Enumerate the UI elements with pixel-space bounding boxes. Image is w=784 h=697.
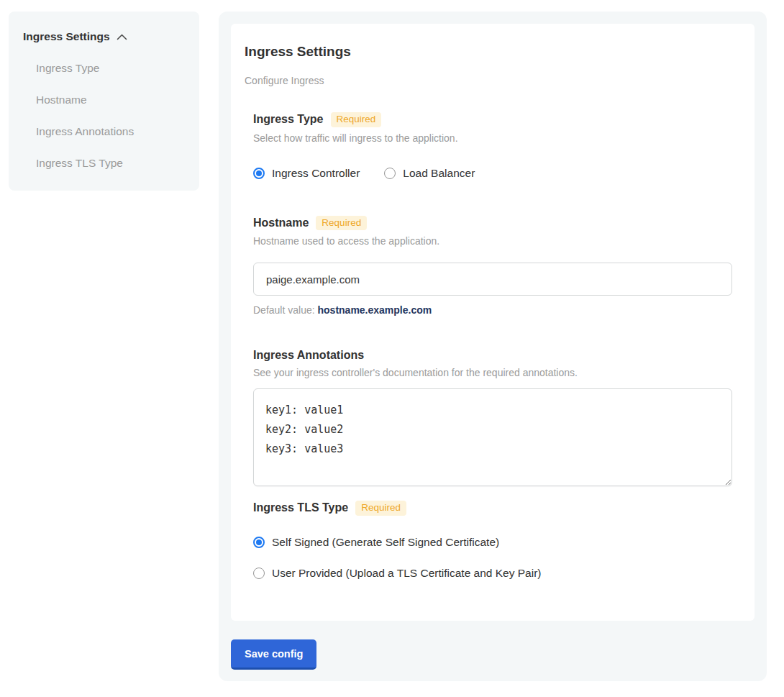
config-groups: Ingress Type Required Select how traffic…	[253, 112, 732, 580]
default-value-text: hostname.example.com	[318, 304, 432, 316]
page-subtitle: Configure Ingress	[245, 75, 732, 86]
radio-label-load-balancer[interactable]: Load Balancer	[403, 167, 475, 180]
hostname-default-line: Default value: hostname.example.com	[253, 304, 732, 316]
radio-label-ingress-controller[interactable]: Ingress Controller	[272, 167, 360, 180]
config-card: Ingress Settings Configure Ingress Ingre…	[231, 24, 755, 621]
sidebar-item-ingress-annotations[interactable]: Ingress Annotations	[36, 125, 185, 138]
group-label-row: Hostname Required	[253, 216, 732, 231]
required-badge: Required	[355, 501, 406, 516]
radio-option-ingress-controller[interactable]: Ingress Controller	[253, 167, 360, 180]
config-main-panel: Ingress Settings Configure Ingress Ingre…	[219, 12, 767, 681]
save-config-button[interactable]: Save config	[231, 639, 316, 670]
group-label-row: Ingress TLS Type Required	[253, 501, 732, 516]
group-label-ingress-type: Ingress Type	[253, 113, 324, 126]
default-value-prefix: Default value:	[253, 304, 318, 316]
group-ingress-annotations: Ingress Annotations See your ingress con…	[253, 349, 732, 486]
hostname-input[interactable]	[253, 263, 732, 296]
group-label-ingress-annotations: Ingress Annotations	[253, 349, 364, 362]
group-hostname: Hostname Required Hostname used to acces…	[253, 216, 732, 316]
radio-selected-icon[interactable]	[253, 537, 265, 548]
radio-option-load-balancer[interactable]: Load Balancer	[384, 167, 475, 180]
radio-selected-icon[interactable]	[253, 168, 265, 179]
group-label-row: Ingress Annotations	[253, 349, 732, 362]
group-help-ingress-type: Select how traffic will ingress to the a…	[253, 132, 732, 144]
required-badge: Required	[331, 112, 382, 127]
sidebar-item-list: Ingress Type Hostname Ingress Annotation…	[36, 62, 185, 170]
radio-label-user-provided[interactable]: User Provided (Upload a TLS Certificate …	[272, 567, 541, 580]
radio-option-self-signed[interactable]: Self Signed (Generate Self Signed Certif…	[253, 536, 732, 549]
radio-unselected-icon[interactable]	[253, 568, 265, 579]
group-help-hostname: Hostname used to access the application.	[253, 235, 732, 247]
ingress-type-radio-group: Ingress Controller Load Balancer	[253, 167, 732, 180]
config-nav-sidebar: Ingress Settings Ingress Type Hostname I…	[9, 12, 199, 191]
chevron-up-icon[interactable]	[117, 34, 127, 40]
radio-label-self-signed[interactable]: Self Signed (Generate Self Signed Certif…	[272, 536, 499, 549]
radio-unselected-icon[interactable]	[384, 168, 396, 179]
sidebar-item-ingress-type[interactable]: Ingress Type	[36, 62, 185, 75]
sidebar-group-ingress-settings[interactable]: Ingress Settings	[23, 30, 185, 43]
sidebar-item-ingress-tls-type[interactable]: Ingress TLS Type	[36, 157, 185, 170]
required-badge: Required	[316, 216, 367, 231]
page-title: Ingress Settings	[245, 44, 732, 60]
group-label-hostname: Hostname	[253, 217, 309, 229]
group-ingress-tls-type: Ingress TLS Type Required Self Signed (G…	[253, 501, 732, 580]
sidebar-item-hostname[interactable]: Hostname	[36, 94, 185, 106]
tls-type-radio-group: Self Signed (Generate Self Signed Certif…	[253, 536, 732, 580]
group-help-ingress-annotations: See your ingress controller's documentat…	[253, 367, 732, 378]
ingress-annotations-textarea[interactable]: key1: value1 key2: value2 key3: value3	[253, 388, 732, 486]
sidebar-group-title[interactable]: Ingress Settings	[23, 30, 110, 43]
group-label-ingress-tls-type: Ingress TLS Type	[253, 501, 348, 514]
group-ingress-type: Ingress Type Required Select how traffic…	[253, 112, 732, 180]
radio-option-user-provided[interactable]: User Provided (Upload a TLS Certificate …	[253, 567, 732, 580]
group-label-row: Ingress Type Required	[253, 112, 732, 127]
